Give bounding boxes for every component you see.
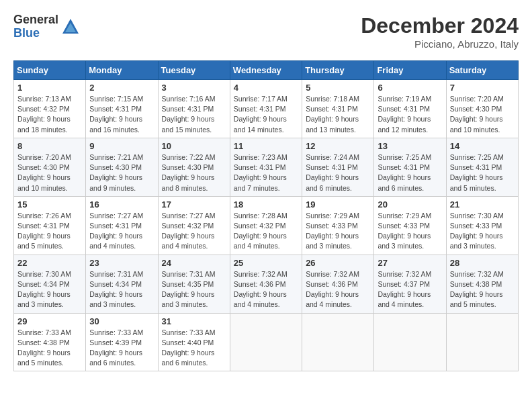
day-number: 3 — [162, 83, 226, 93]
day-number: 22 — [17, 258, 82, 268]
day-number: 24 — [162, 258, 226, 268]
day-info: Sunrise: 7:25 AMSunset: 4:31 PMDaylight:… — [378, 152, 442, 193]
day-number: 5 — [306, 83, 370, 93]
day-info: Sunrise: 7:31 AMSunset: 4:34 PMDaylight:… — [89, 269, 154, 310]
day-info: Sunrise: 7:21 AMSunset: 4:30 PMDaylight:… — [89, 152, 154, 193]
logo-icon — [61, 17, 80, 36]
calendar-cell: 29Sunrise: 7:33 AMSunset: 4:38 PMDayligh… — [14, 313, 86, 371]
calendar-cell: 5Sunrise: 7:18 AMSunset: 4:31 PMDaylight… — [302, 80, 374, 138]
calendar-cell: 4Sunrise: 7:17 AMSunset: 4:31 PMDaylight… — [230, 80, 302, 138]
day-number: 18 — [234, 199, 298, 210]
logo: General Blue — [13, 13, 80, 40]
day-info: Sunrise: 7:26 AMSunset: 4:31 PMDaylight:… — [17, 211, 82, 252]
day-info: Sunrise: 7:33 AMSunset: 4:38 PMDaylight:… — [17, 328, 82, 369]
day-number: 30 — [89, 316, 154, 326]
day-info: Sunrise: 7:32 AMSunset: 4:36 PMDaylight:… — [306, 269, 370, 310]
day-number: 4 — [234, 83, 298, 93]
calendar-header: SundayMondayTuesdayWednesdayThursdayFrid… — [14, 61, 519, 80]
calendar-cell: 8Sunrise: 7:20 AMSunset: 4:30 PMDaylight… — [14, 138, 86, 196]
calendar-cell: 21Sunrise: 7:30 AMSunset: 4:33 PMDayligh… — [446, 196, 518, 255]
weekday-header-sunday: Sunday — [14, 61, 86, 80]
calendar-cell: 27Sunrise: 7:32 AMSunset: 4:37 PMDayligh… — [374, 255, 446, 313]
calendar-cell: 10Sunrise: 7:22 AMSunset: 4:30 PMDayligh… — [158, 138, 230, 196]
calendar-week-4: 22Sunrise: 7:30 AMSunset: 4:34 PMDayligh… — [14, 255, 519, 313]
calendar-week-2: 8Sunrise: 7:20 AMSunset: 4:30 PMDaylight… — [14, 138, 519, 196]
day-number: 17 — [162, 199, 226, 210]
calendar-cell: 18Sunrise: 7:28 AMSunset: 4:32 PMDayligh… — [230, 196, 302, 255]
calendar-cell: 25Sunrise: 7:32 AMSunset: 4:36 PMDayligh… — [230, 255, 302, 313]
calendar-cell: 20Sunrise: 7:29 AMSunset: 4:33 PMDayligh… — [374, 196, 446, 255]
day-number: 16 — [89, 199, 154, 210]
day-info: Sunrise: 7:33 AMSunset: 4:39 PMDaylight:… — [89, 328, 154, 369]
calendar-cell: 16Sunrise: 7:27 AMSunset: 4:31 PMDayligh… — [86, 196, 158, 255]
title-block: December 2024 Picciano, Abruzzo, Italy — [361, 13, 519, 50]
day-info: Sunrise: 7:19 AMSunset: 4:31 PMDaylight:… — [378, 94, 442, 135]
day-number: 27 — [378, 258, 442, 268]
day-info: Sunrise: 7:22 AMSunset: 4:30 PMDaylight:… — [162, 152, 226, 193]
day-number: 15 — [17, 199, 82, 210]
calendar-week-5: 29Sunrise: 7:33 AMSunset: 4:38 PMDayligh… — [14, 313, 519, 371]
day-number: 12 — [306, 141, 370, 151]
calendar-cell: 28Sunrise: 7:32 AMSunset: 4:38 PMDayligh… — [446, 255, 518, 313]
calendar-cell: 17Sunrise: 7:27 AMSunset: 4:32 PMDayligh… — [158, 196, 230, 255]
calendar-week-1: 1Sunrise: 7:13 AMSunset: 4:32 PMDaylight… — [14, 80, 519, 138]
weekday-header-wednesday: Wednesday — [230, 61, 302, 80]
day-info: Sunrise: 7:31 AMSunset: 4:35 PMDaylight:… — [162, 269, 226, 310]
day-number: 26 — [306, 258, 370, 268]
day-number: 1 — [17, 83, 82, 93]
day-info: Sunrise: 7:27 AMSunset: 4:31 PMDaylight:… — [89, 211, 154, 252]
calendar-week-3: 15Sunrise: 7:26 AMSunset: 4:31 PMDayligh… — [14, 196, 519, 255]
day-info: Sunrise: 7:30 AMSunset: 4:33 PMDaylight:… — [450, 211, 515, 252]
day-info: Sunrise: 7:16 AMSunset: 4:31 PMDaylight:… — [162, 94, 226, 135]
day-info: Sunrise: 7:30 AMSunset: 4:34 PMDaylight:… — [17, 269, 82, 310]
calendar-cell — [446, 313, 518, 371]
day-number: 25 — [234, 258, 298, 268]
day-number: 2 — [89, 83, 154, 93]
day-info: Sunrise: 7:15 AMSunset: 4:31 PMDaylight:… — [89, 94, 154, 135]
calendar-cell: 24Sunrise: 7:31 AMSunset: 4:35 PMDayligh… — [158, 255, 230, 313]
day-info: Sunrise: 7:32 AMSunset: 4:37 PMDaylight:… — [378, 269, 442, 310]
weekday-header-thursday: Thursday — [302, 61, 374, 80]
logo-general-text: General — [13, 13, 58, 27]
day-info: Sunrise: 7:32 AMSunset: 4:36 PMDaylight:… — [234, 269, 298, 310]
calendar-cell: 22Sunrise: 7:30 AMSunset: 4:34 PMDayligh… — [14, 255, 86, 313]
day-info: Sunrise: 7:25 AMSunset: 4:31 PMDaylight:… — [450, 152, 515, 193]
day-info: Sunrise: 7:27 AMSunset: 4:32 PMDaylight:… — [162, 211, 226, 252]
weekday-header-monday: Monday — [86, 61, 158, 80]
calendar-cell: 3Sunrise: 7:16 AMSunset: 4:31 PMDaylight… — [158, 80, 230, 138]
weekday-header-tuesday: Tuesday — [158, 61, 230, 80]
day-info: Sunrise: 7:32 AMSunset: 4:38 PMDaylight:… — [450, 269, 515, 310]
day-info: Sunrise: 7:28 AMSunset: 4:32 PMDaylight:… — [234, 211, 298, 252]
day-number: 23 — [89, 258, 154, 268]
day-number: 7 — [450, 83, 515, 93]
day-info: Sunrise: 7:20 AMSunset: 4:30 PMDaylight:… — [17, 152, 82, 193]
day-number: 9 — [89, 141, 154, 151]
day-number: 29 — [17, 316, 82, 326]
day-info: Sunrise: 7:24 AMSunset: 4:31 PMDaylight:… — [306, 152, 370, 193]
calendar-cell: 2Sunrise: 7:15 AMSunset: 4:31 PMDaylight… — [86, 80, 158, 138]
day-info: Sunrise: 7:23 AMSunset: 4:31 PMDaylight:… — [234, 152, 298, 193]
day-number: 21 — [450, 199, 515, 210]
day-number: 10 — [162, 141, 226, 151]
day-number: 8 — [17, 141, 82, 151]
calendar-cell: 19Sunrise: 7:29 AMSunset: 4:33 PMDayligh… — [302, 196, 374, 255]
day-number: 11 — [234, 141, 298, 151]
calendar-cell: 13Sunrise: 7:25 AMSunset: 4:31 PMDayligh… — [374, 138, 446, 196]
calendar-cell: 14Sunrise: 7:25 AMSunset: 4:31 PMDayligh… — [446, 138, 518, 196]
day-info: Sunrise: 7:29 AMSunset: 4:33 PMDaylight:… — [378, 211, 442, 252]
calendar-cell: 23Sunrise: 7:31 AMSunset: 4:34 PMDayligh… — [86, 255, 158, 313]
day-number: 28 — [450, 258, 515, 268]
calendar-cell: 11Sunrise: 7:23 AMSunset: 4:31 PMDayligh… — [230, 138, 302, 196]
calendar-cell: 31Sunrise: 7:33 AMSunset: 4:40 PMDayligh… — [158, 313, 230, 371]
day-number: 19 — [306, 199, 370, 210]
weekday-header-saturday: Saturday — [446, 61, 518, 80]
calendar-cell — [374, 313, 446, 371]
calendar-cell — [302, 313, 374, 371]
month-title: December 2024 — [361, 13, 519, 38]
day-info: Sunrise: 7:17 AMSunset: 4:31 PMDaylight:… — [234, 94, 298, 135]
day-number: 20 — [378, 199, 442, 210]
calendar-cell: 12Sunrise: 7:24 AMSunset: 4:31 PMDayligh… — [302, 138, 374, 196]
calendar-table: SundayMondayTuesdayWednesdayThursdayFrid… — [13, 60, 519, 371]
day-info: Sunrise: 7:20 AMSunset: 4:30 PMDaylight:… — [450, 94, 515, 135]
day-info: Sunrise: 7:18 AMSunset: 4:31 PMDaylight:… — [306, 94, 370, 135]
